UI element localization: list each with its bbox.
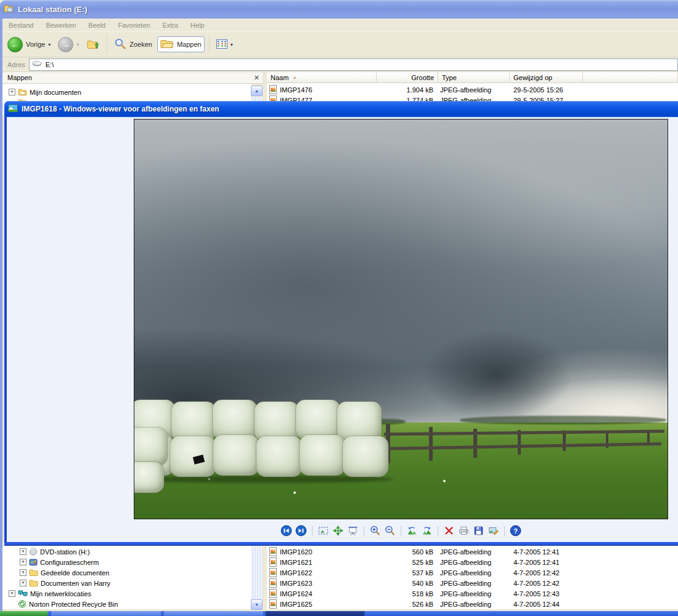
- column-header-grootte[interactable]: Grootte: [377, 72, 438, 83]
- file-row-imgp1624[interactable]: IMGP1624518 kBJPEG-afbeelding4-7-2005 12…: [267, 588, 678, 599]
- address-label: Adres: [7, 61, 25, 68]
- tree-expander-icon[interactable]: +: [9, 89, 15, 95]
- tree-expander-icon[interactable]: +: [20, 580, 27, 586]
- views-dropdown-arrow[interactable]: ▾: [231, 42, 233, 47]
- file-row-imgp1625[interactable]: IMGP1625526 kBJPEG-afbeelding4-7-2005 12…: [267, 599, 678, 609]
- zoom-in-button[interactable]: [369, 525, 381, 537]
- tree-item-mijn-netwerklocaties[interactable]: +Mijn netwerklocaties: [9, 588, 91, 599]
- toolbar-separator: [504, 526, 505, 536]
- search-button[interactable]: Zoeken: [112, 36, 155, 52]
- tree-expander-icon[interactable]: +: [9, 590, 15, 597]
- control-panel-icon: [29, 558, 38, 566]
- column-header-gewijzigd-op[interactable]: Gewijzigd op: [510, 72, 583, 83]
- next-image-button[interactable]: [295, 525, 307, 537]
- explorer-toolbar: ← Vorige ▾ → ▾ Zoeken Mappen ▾: [2, 32, 678, 57]
- folders-panel-header: Mappen ✕: [2, 72, 265, 84]
- toolbar-separator: [107, 34, 107, 54]
- rotate-clockwise-button[interactable]: [421, 525, 433, 537]
- file-list-bottom: IMGP1620560 kBJPEG-afbeelding4-7-2005 12…: [267, 546, 678, 609]
- tree-scrollbar-track[interactable]: [251, 546, 263, 599]
- explorer-titlebar[interactable]: Lokaal station (E:): [0, 0, 678, 18]
- menu-item-extra[interactable]: Extra: [156, 18, 184, 32]
- views-icon: [216, 39, 227, 50]
- drive-icon: [32, 60, 42, 68]
- column-header-type[interactable]: Type: [438, 72, 510, 83]
- help-button[interactable]: ?: [510, 525, 521, 537]
- rotate-counterclockwise-button[interactable]: [406, 525, 418, 537]
- actual-size-button[interactable]: [332, 525, 344, 537]
- up-button[interactable]: [84, 36, 102, 52]
- back-button[interactable]: ← Vorige ▾: [5, 36, 53, 54]
- photo-hay-bale: [134, 462, 164, 493]
- address-input[interactable]: E:\: [29, 59, 678, 71]
- tree-expander-icon[interactable]: +: [20, 569, 27, 576]
- folders-button[interactable]: Mappen: [157, 36, 205, 52]
- taskbar: [0, 611, 678, 616]
- tree-scrollbar-track[interactable]: [251, 97, 263, 101]
- file-row-imgp1622[interactable]: IMGP1622537 kBJPEG-afbeelding4-7-2005 12…: [267, 567, 678, 578]
- menu-item-favorieten[interactable]: Favorieten: [112, 18, 156, 32]
- column-header-filler: [583, 72, 678, 83]
- zoom-out-button[interactable]: [384, 525, 396, 537]
- jpeg-file-icon: [269, 85, 277, 94]
- file-row-imgp1623[interactable]: IMGP1623540 kBJPEG-afbeelding4-7-2005 12…: [267, 578, 678, 588]
- folder-icon: [29, 579, 38, 587]
- toolbar-separator: [209, 34, 210, 54]
- menu-item-beeld[interactable]: Beeld: [82, 18, 112, 32]
- slideshow-button[interactable]: [347, 525, 359, 537]
- close-folders-panel-button[interactable]: ✕: [254, 74, 259, 82]
- folder-documents-icon: [18, 88, 27, 96]
- svg-text:?: ?: [513, 527, 518, 535]
- column-headers: Naam▲GrootteTypeGewijzigd op: [267, 72, 678, 83]
- print-button[interactable]: [458, 525, 470, 537]
- tree-item-mijn-documenten[interactable]: +Mijn documenten: [9, 87, 81, 97]
- tree-expander-icon[interactable]: +: [20, 548, 27, 555]
- viewer-titlebar[interactable]: IMGP1618 - Windows-viewer voor afbeeldin…: [4, 101, 678, 117]
- tree-item-documenten-van-harry[interactable]: +Documenten van Harry: [20, 578, 110, 588]
- taskbar-button[interactable]: [163, 611, 264, 616]
- edit-button[interactable]: [488, 525, 499, 537]
- column-header-naam[interactable]: Naam▲: [267, 72, 377, 83]
- viewer-client-area: ?: [4, 117, 678, 542]
- menu-item-bestand[interactable]: Bestand: [2, 18, 39, 32]
- file-row-imgp1621[interactable]: IMGP1621525 kBJPEG-afbeelding4-7-2005 12…: [267, 557, 678, 567]
- folders-icon: [160, 38, 174, 51]
- tree-item-dvd-station-h-[interactable]: +DVD-station (H:): [20, 546, 90, 557]
- toolbar-separator: [401, 526, 401, 536]
- photo-imgp1618: [134, 119, 668, 519]
- jpeg-file-icon: [269, 568, 277, 577]
- views-button[interactable]: ▾: [214, 38, 235, 51]
- copy-to-button[interactable]: [473, 525, 484, 537]
- network-icon: [18, 590, 28, 598]
- delete-button[interactable]: [443, 525, 455, 537]
- back-dropdown-arrow[interactable]: ▾: [48, 42, 51, 47]
- toolbar-separator: [438, 526, 438, 536]
- best-fit-button[interactable]: [317, 525, 329, 537]
- address-bar: Adres E:\: [2, 57, 678, 72]
- forward-button[interactable]: → ▾: [55, 36, 81, 54]
- tree-expander-icon[interactable]: +: [20, 559, 27, 565]
- viewer-toolbar: ?: [280, 525, 521, 537]
- file-row-imgp1476[interactable]: IMGP14761.904 kBJPEG-afbeelding29-5-2005…: [267, 84, 678, 95]
- previous-image-button[interactable]: [280, 525, 292, 537]
- tree-scroll-down-button[interactable]: ▼: [251, 599, 263, 610]
- forward-dropdown-arrow: ▾: [76, 42, 79, 47]
- sort-ascending-icon: ▲: [292, 75, 297, 80]
- tree-item-norton-protected-recycle-bin[interactable]: Norton Protected Recycle Bin: [9, 599, 118, 609]
- taskbar-button[interactable]: [51, 611, 161, 616]
- start-button[interactable]: [0, 611, 48, 616]
- menu-item-bewerken[interactable]: Bewerken: [39, 18, 82, 32]
- back-arrow-icon: ←: [7, 37, 23, 52]
- file-row-imgp1620[interactable]: IMGP1620560 kBJPEG-afbeelding4-7-2005 12…: [267, 546, 678, 557]
- tree-item-gedeelde-documenten[interactable]: +Gedeelde documenten: [20, 567, 109, 578]
- jpeg-file-icon: [269, 578, 277, 588]
- menu-item-help[interactable]: Help: [184, 18, 211, 32]
- folder-icon: [29, 569, 38, 577]
- photo-hay-bale: [134, 428, 168, 466]
- tree-scroll-up-button[interactable]: ▲: [251, 86, 263, 96]
- tree-item-configuratiescherm[interactable]: +Configuratiescherm: [20, 557, 99, 567]
- toolbar-separator: [364, 526, 364, 536]
- taskbar-button-active[interactable]: [265, 611, 365, 616]
- search-icon: [114, 38, 126, 51]
- photo-hay-bale: [343, 436, 388, 477]
